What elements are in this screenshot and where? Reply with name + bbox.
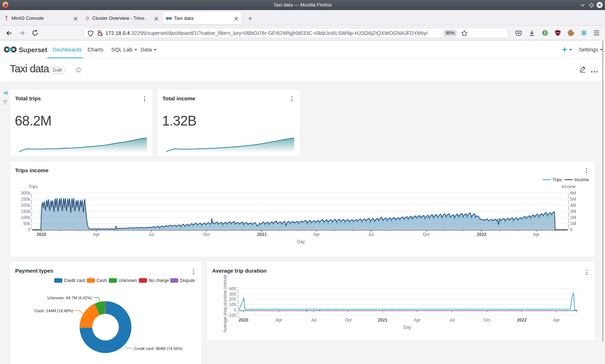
svg-text:Income: Income	[561, 184, 576, 189]
svg-text:0: 0	[570, 227, 573, 232]
svg-text:2020: 2020	[37, 232, 46, 237]
svg-text:150k: 150k	[21, 209, 31, 214]
svg-text:Jul: Jul	[368, 232, 373, 237]
svg-text:Cash: 244M (18.48%): Cash: 244M (18.48%)	[35, 309, 73, 313]
svg-text:6M: 6M	[570, 191, 576, 196]
svg-text:4M: 4M	[570, 203, 576, 208]
svg-text:Cash: Cash	[97, 278, 107, 283]
svg-text:200k: 200k	[21, 203, 31, 208]
svg-text:2020: 2020	[239, 318, 248, 323]
svg-text:Unknown: 84.7M (6.42%): Unknown: 84.7M (6.42%)	[47, 296, 92, 300]
svg-text:300: 300	[229, 292, 236, 297]
svg-text:200: 200	[229, 297, 236, 302]
svg-text:Apr: Apr	[553, 318, 560, 323]
svg-text:400: 400	[229, 286, 236, 291]
svg-text:100k: 100k	[21, 215, 31, 220]
svg-text:No charge: No charge	[149, 278, 169, 283]
svg-text:Oct: Oct	[484, 318, 490, 323]
svg-text:2021: 2021	[257, 232, 267, 237]
svg-text:Apr: Apr	[533, 232, 540, 237]
svg-text:Jul: Jul	[311, 318, 316, 323]
svg-text:Credit card: 984M (74.56%): Credit card: 984M (74.56%)	[134, 346, 183, 351]
svg-text:Oct: Oct	[345, 318, 352, 323]
svg-text:2022: 2022	[477, 232, 487, 237]
svg-text:2021: 2021	[378, 318, 387, 323]
svg-text:Income: Income	[574, 177, 589, 182]
svg-text:3M: 3M	[570, 209, 576, 214]
svg-text:Unknown: Unknown	[118, 278, 137, 283]
svg-text:Apr: Apr	[93, 232, 100, 237]
svg-text:Trips: Trips	[28, 184, 38, 189]
svg-text:5M: 5M	[570, 197, 576, 202]
svg-text:1M: 1M	[570, 221, 576, 226]
svg-text:Credit card: Credit card	[64, 278, 85, 283]
svg-text:Apr: Apr	[313, 232, 320, 237]
svg-text:2M: 2M	[570, 215, 576, 220]
svg-text:Apr: Apr	[275, 318, 282, 323]
svg-text:250k: 250k	[21, 197, 31, 202]
svg-text:-100: -100	[228, 313, 236, 318]
svg-text:0: 0	[234, 308, 236, 313]
svg-text:300k: 300k	[21, 191, 31, 196]
svg-text:Oct: Oct	[423, 232, 430, 237]
svg-text:Oct: Oct	[203, 232, 210, 237]
svg-text:100: 100	[229, 302, 236, 307]
svg-text:Day: Day	[403, 325, 411, 330]
svg-text:Dispute: Dispute	[180, 278, 195, 283]
svg-text:0: 0	[28, 227, 30, 232]
svg-text:Jul: Jul	[449, 318, 455, 323]
svg-text:Day: Day	[297, 239, 305, 244]
svg-text:Jul: Jul	[148, 232, 154, 237]
svg-text:Average trinp duration (minute: Average trinp duration (minute	[223, 274, 228, 333]
svg-text:2022: 2022	[517, 318, 527, 323]
svg-text:50k: 50k	[23, 221, 31, 226]
svg-text:Trips: Trips	[552, 177, 562, 182]
svg-text:Apr: Apr	[414, 318, 421, 323]
